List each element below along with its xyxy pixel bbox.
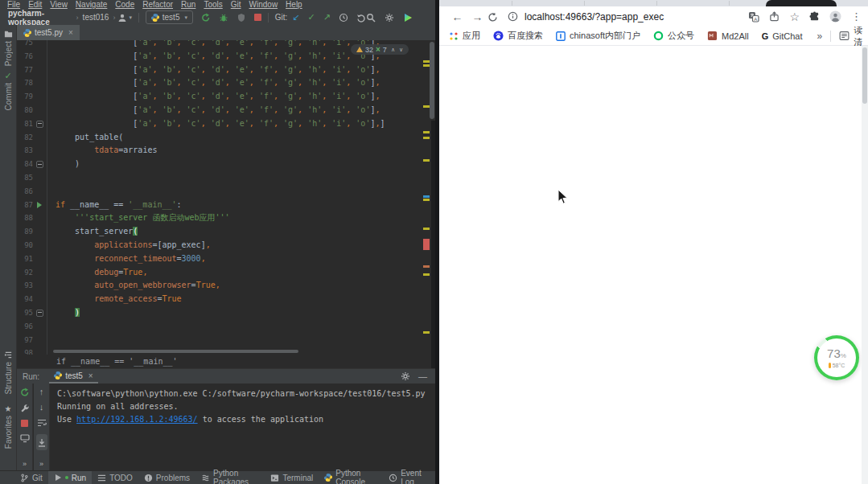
- gutter-separator: [47, 40, 47, 355]
- bookmark[interactable]: 应用: [449, 30, 480, 42]
- menu-tools[interactable]: Tools: [200, 0, 226, 10]
- fold-icon[interactable]: [36, 310, 43, 317]
- code-editor[interactable]: 75 ['a', 'b', 'c', 'd', 'e', 'f', 'g', '…: [17, 40, 435, 368]
- commit-icon[interactable]: ✓: [308, 13, 315, 22]
- code-line: 87if __name__ == '__main__':: [17, 199, 435, 212]
- statusbar-todo[interactable]: TODO: [92, 471, 138, 484]
- run-console[interactable]: » ↑↓» C:\software\python\python.exe C:/s…: [17, 384, 435, 470]
- bookmark[interactable]: 百度搜索: [493, 30, 543, 42]
- inspections-widget[interactable]: 32 × 7 ∧ ∨: [351, 44, 409, 55]
- menu-run[interactable]: Run: [177, 0, 200, 10]
- browser-tab[interactable]: [766, 0, 837, 6]
- history-icon[interactable]: [339, 13, 348, 23]
- horizontal-scrollbar[interactable]: [53, 350, 298, 353]
- statusbar-terminal[interactable]: Terminal: [265, 471, 319, 484]
- rerun-icon[interactable]: [20, 388, 30, 397]
- warning-icon: [356, 47, 363, 52]
- coverage-icon[interactable]: [237, 13, 246, 23]
- more-icon[interactable]: »: [39, 460, 43, 468]
- page-scrollbar[interactable]: [862, 46, 868, 484]
- bookmark[interactable]: 公众号: [653, 30, 694, 42]
- code-line: 84 ): [17, 158, 435, 171]
- browser-page[interactable]: 73% 58°C: [439, 46, 868, 484]
- user-icon[interactable]: [117, 13, 127, 23]
- soft-wrap-icon[interactable]: [37, 418, 47, 428]
- red-square-icon: [707, 31, 718, 41]
- menu-dots-icon[interactable]: ⋮: [851, 10, 862, 23]
- search-icon[interactable]: [366, 13, 376, 23]
- run-config-selector[interactable]: test5 ▾: [146, 10, 193, 24]
- hide-panel-icon[interactable]: —: [418, 371, 427, 381]
- browser-tab-strip[interactable]: [439, 0, 868, 6]
- console-link[interactable]: http://192.168.1.2:49663/: [76, 415, 198, 424]
- push-icon[interactable]: ↗: [323, 13, 331, 22]
- gear-icon[interactable]: [401, 371, 410, 381]
- statusbar-event-log[interactable]: Event Log: [383, 471, 432, 484]
- breadcrumb: if __name__ == '__main__': [17, 355, 435, 368]
- translate-icon[interactable]: A: [748, 11, 759, 23]
- close-icon[interactable]: ×: [88, 371, 93, 380]
- recorder-progress-badge[interactable]: 73% 58°C: [814, 335, 859, 380]
- update-icon[interactable]: ↙: [292, 13, 299, 22]
- play-gradient-icon[interactable]: [403, 13, 413, 23]
- toolwindow-project[interactable]: Project: [0, 30, 16, 66]
- pycharm-window: FileEditViewNavigateCodeRefactorRunTools…: [0, 0, 439, 484]
- stop-icon[interactable]: [21, 420, 28, 427]
- bookmark[interactable]: chinasoft内部门户: [556, 30, 640, 42]
- line-number: 92: [17, 266, 33, 280]
- console-line: Use http://192.168.1.2:49663/ to access …: [57, 413, 426, 426]
- toolwindow-structure[interactable]: Structure: [0, 351, 16, 395]
- fold-icon[interactable]: [36, 161, 43, 168]
- stop-icon[interactable]: [254, 14, 261, 21]
- code-line: 90 applications=[app_exec],: [17, 239, 435, 252]
- next-issue-icon[interactable]: ∨: [399, 47, 403, 53]
- page-info-icon[interactable]: [508, 11, 518, 22]
- code-line: 85: [17, 171, 435, 185]
- bookmark[interactable]: GGitChat: [762, 31, 803, 41]
- fold-icon[interactable]: [36, 121, 43, 128]
- layout-icon[interactable]: [20, 433, 30, 443]
- extension-icon[interactable]: [809, 11, 820, 22]
- breadcrumb-module[interactable]: test016: [81, 13, 111, 22]
- star-outline-icon[interactable]: ☆: [789, 11, 800, 23]
- debug-icon[interactable]: [219, 13, 228, 23]
- arrow-up-icon[interactable]: ↑: [39, 388, 44, 396]
- statusbar-python-console[interactable]: Python Console: [319, 471, 383, 484]
- menu-code[interactable]: Code: [111, 0, 138, 10]
- wrench-icon[interactable]: [20, 404, 30, 413]
- toolwindow-commit[interactable]: ✓Commit: [0, 72, 16, 110]
- code-line: 78 ['a', 'b', 'c', 'd', 'e', 'f', 'g', '…: [17, 76, 435, 90]
- close-icon[interactable]: ×: [68, 28, 73, 37]
- address-bar[interactable]: localhost:49663/?app=app_exec: [525, 11, 664, 23]
- menu-help[interactable]: Help: [282, 0, 306, 10]
- forward-icon[interactable]: →: [467, 10, 487, 23]
- statusbar-python-packages[interactable]: Python Packages: [195, 471, 265, 484]
- editor-tab[interactable]: test5.py ×: [17, 25, 80, 40]
- scroll-end-icon[interactable]: [37, 438, 47, 448]
- menu-window[interactable]: Window: [245, 0, 282, 10]
- share-icon[interactable]: [769, 11, 780, 22]
- menu-refactor[interactable]: Refactor: [138, 0, 177, 10]
- back-icon[interactable]: ←: [447, 10, 467, 23]
- rerun-icon[interactable]: [201, 13, 211, 23]
- bookmarks-overflow-icon[interactable]: »: [817, 31, 823, 42]
- statusbar-git[interactable]: Git: [14, 471, 48, 484]
- menu-navigate[interactable]: Navigate: [72, 0, 111, 10]
- bookmark[interactable]: Md2All: [707, 31, 749, 41]
- rollback-icon[interactable]: [356, 13, 366, 23]
- statusbar-run[interactable]: Run: [48, 471, 92, 484]
- avatar-icon[interactable]: [829, 10, 841, 23]
- breadcrumb-project[interactable]: pycharm-workspace: [6, 9, 74, 27]
- vertical-scrollbar[interactable]: [430, 42, 434, 119]
- star-icon: ★: [5, 404, 12, 413]
- run-tab[interactable]: test5 ×: [49, 369, 98, 384]
- arrow-down-icon[interactable]: ↓: [39, 403, 44, 412]
- settings-icon[interactable]: [385, 13, 394, 23]
- more-icon[interactable]: »: [23, 460, 27, 468]
- menu-git[interactable]: Git: [227, 0, 245, 10]
- prev-issue-icon[interactable]: ∧: [391, 47, 395, 53]
- toolwindow-favorites[interactable]: ★Favorites: [0, 404, 16, 449]
- run-gutter-icon[interactable]: [37, 202, 42, 208]
- reload-icon[interactable]: [487, 12, 498, 23]
- statusbar-problems[interactable]: Problems: [138, 471, 195, 484]
